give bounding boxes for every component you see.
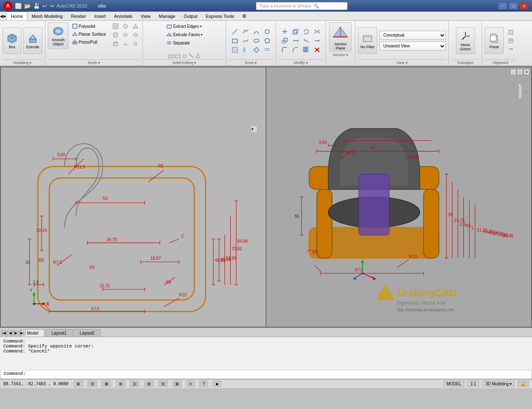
separate-button[interactable]: Separate	[165, 39, 192, 47]
move-button[interactable]	[280, 27, 290, 36]
grid-button[interactable]: ⊟	[88, 381, 97, 387]
save-icon[interactable]: 💾	[33, 3, 40, 9]
lw-button[interactable]: ≡	[187, 381, 195, 387]
polyline-button[interactable]	[241, 27, 251, 36]
qp-button[interactable]: ?	[200, 381, 208, 387]
tab-nav-last[interactable]: ▶|	[19, 330, 25, 335]
ellipse-button[interactable]	[251, 37, 261, 45]
clipboard-icon-2[interactable]	[506, 37, 515, 44]
hatch-button[interactable]	[230, 46, 240, 54]
no-filter-button[interactable]: No Filter	[358, 27, 377, 54]
redo-icon[interactable]: ↪	[49, 3, 54, 9]
paste-button[interactable]: Paste	[485, 27, 504, 54]
erase-button[interactable]	[312, 46, 322, 54]
box-button[interactable]: Box	[2, 27, 22, 54]
menu-view[interactable]: View	[137, 12, 155, 20]
array-button[interactable]	[301, 46, 311, 54]
scale-button[interactable]	[280, 37, 290, 45]
mesh-icon-9[interactable]	[131, 40, 140, 47]
commandline-input[interactable]: Command:	[0, 370, 532, 379]
line-button[interactable]	[230, 27, 240, 36]
viewport-2d[interactable]: TOP Unnamed ▾	[1, 67, 266, 327]
rotate-button[interactable]	[301, 27, 311, 36]
tab-nav-first[interactable]: |◀	[1, 330, 7, 335]
minimize-button[interactable]: −	[498, 2, 507, 10]
polygon-button[interactable]	[262, 37, 272, 45]
vp-close-button[interactable]: ✕	[524, 69, 530, 75]
menu-home[interactable]: Home	[6, 12, 27, 20]
view-name-select[interactable]: Unsaved View Top Front SW Isometric	[379, 42, 446, 51]
extrude-button[interactable]: Extrude	[23, 27, 42, 54]
new-icon[interactable]: ⬜	[15, 3, 22, 9]
move-gizmo-button[interactable]: Move Gizmo	[456, 27, 475, 54]
menu-insert[interactable]: Insert	[90, 12, 110, 20]
undo-icon[interactable]: ↩	[42, 3, 47, 9]
trim-button[interactable]	[301, 37, 311, 45]
search-box[interactable]: Type a keyword or phrase 🔍	[256, 2, 347, 10]
dyn-button[interactable]: ⊠	[172, 381, 182, 387]
gradient-button[interactable]	[241, 46, 251, 54]
otrack-button[interactable]: ⊞	[144, 381, 153, 387]
visual-style-select[interactable]: Conceptual Wireframe Hidden Realistic Sh…	[379, 31, 446, 40]
lock-button[interactable]: 🔒	[518, 381, 529, 387]
menu-mesh-modeling[interactable]: Mesh Modeling	[27, 12, 67, 20]
section-plane-button[interactable]: SectionPlane	[329, 22, 352, 51]
mline-button[interactable]	[262, 46, 272, 54]
ortho-button[interactable]: ⊠	[102, 381, 111, 387]
copy-button[interactable]	[291, 27, 300, 36]
clipboard-icon-3[interactable]	[506, 45, 515, 53]
region-button[interactable]	[251, 46, 261, 54]
viewport-3d[interactable]: − □ ✕ Unnamed ▾ TOP N E S W	[266, 67, 531, 327]
mesh-icon-8[interactable]	[121, 40, 130, 47]
menu-annotate[interactable]: Annotate	[110, 12, 137, 20]
mirror-button[interactable]	[312, 27, 322, 36]
menu-manage[interactable]: Manage	[155, 12, 180, 20]
draw-row2	[230, 37, 272, 45]
tab-layout1[interactable]: Layout1	[45, 329, 73, 337]
osnap-button[interactable]: ⊡	[130, 381, 139, 387]
close-button[interactable]: ✕	[520, 2, 529, 10]
menu-render[interactable]: Render	[67, 12, 90, 20]
arc-button[interactable]	[251, 27, 261, 36]
snap-button[interactable]: ⊞	[74, 381, 83, 387]
maximize-button[interactable]: □	[509, 2, 518, 10]
mesh-icon-1[interactable]	[111, 22, 120, 30]
tab-right-arrow[interactable]: ▶	[3, 14, 6, 18]
mesh-icon-4[interactable]	[111, 31, 120, 39]
chamfer-button[interactable]	[291, 46, 300, 54]
planar-surface-button[interactable]: Planar Surface	[70, 30, 108, 38]
mesh-icon-7[interactable]	[111, 40, 120, 47]
vp-restore-button[interactable]: □	[517, 69, 523, 75]
polysolid-button[interactable]: Polysolid	[70, 22, 108, 30]
vp-minimize-button[interactable]: −	[510, 69, 516, 75]
extract-edges-button[interactable]: Extract Edges ▾	[165, 22, 203, 30]
tab-nav-next[interactable]: ▶	[13, 330, 19, 335]
extrude-faces-button[interactable]: Extrude Faces ▾	[165, 31, 204, 38]
mesh-icon-6[interactable]	[131, 31, 140, 39]
circle-button[interactable]	[262, 27, 272, 36]
sc-button[interactable]: ■	[213, 381, 221, 387]
ducs-button[interactable]: ⊟	[158, 381, 167, 387]
mesh-icon-3[interactable]	[131, 22, 140, 30]
extend-button[interactable]	[312, 37, 322, 45]
menu-express-tools[interactable]: Express Tools	[202, 12, 238, 20]
spline-button[interactable]	[241, 37, 251, 45]
polar-button[interactable]: ⊕	[116, 381, 125, 387]
press-pull-button[interactable]: Press/Pull	[70, 38, 108, 46]
fillet-button[interactable]	[280, 46, 290, 54]
menu-output[interactable]: Output	[180, 12, 202, 20]
stretch-button[interactable]	[291, 37, 300, 45]
clipboard-icon-1[interactable]	[506, 29, 515, 36]
smooth-object-button[interactable]: SmoothObject	[48, 22, 69, 49]
tab-left-arrow[interactable]: ◀	[0, 14, 3, 18]
open-icon[interactable]: 📂	[24, 3, 31, 9]
rect-button[interactable]	[230, 37, 240, 45]
tab-layout2[interactable]: Layout2	[74, 329, 101, 337]
workspace-select[interactable]: 3D Modeling ▾	[483, 381, 515, 387]
mesh-icon-5[interactable]	[121, 31, 130, 39]
mesh-col2	[111, 22, 140, 47]
tab-nav-prev[interactable]: ◀	[7, 330, 13, 335]
menu-extra[interactable]: ⊞	[238, 12, 250, 20]
tab-scroll-arrows[interactable]: ◀ ▶	[0, 14, 6, 18]
mesh-icon-2[interactable]	[121, 22, 130, 30]
